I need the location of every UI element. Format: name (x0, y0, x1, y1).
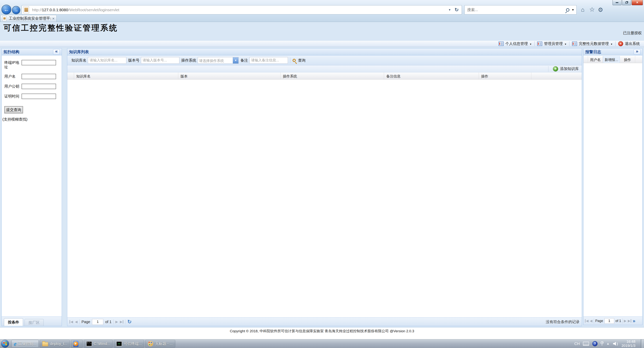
separator (125, 319, 126, 325)
autocomplete-dropdown-icon[interactable] (449, 8, 450, 12)
settings-gear-icon[interactable] (598, 6, 603, 13)
page-label: Page (82, 320, 90, 324)
kb-table-body (67, 80, 582, 318)
refresh-icon[interactable] (454, 7, 459, 13)
back-button[interactable]: ← (2, 5, 11, 14)
menu-admin-manage[interactable]: 管理员管理 (534, 41, 569, 46)
start-button[interactable] (1, 340, 9, 348)
minimize-icon (616, 2, 618, 3)
separator (548, 66, 548, 72)
combo-trigger-icon[interactable] (233, 57, 238, 63)
search-dropdown-icon[interactable] (572, 8, 574, 12)
favorites-star-icon[interactable] (589, 6, 595, 13)
browser-search-box[interactable]: 搜索... (464, 5, 576, 14)
empty-records-message: 没有符合条件的记录 (546, 319, 580, 325)
taskbar-item-ie[interactable]: e 工业控制... (12, 340, 38, 348)
column-header-actions[interactable]: 操作 (620, 56, 635, 63)
copyright-text: Copyright © 2018, 中科院软件所可信计算与信息保障实验室 青岛海… (230, 329, 414, 333)
ime-restore-icon[interactable] (601, 342, 603, 346)
separator (80, 319, 80, 325)
collapse-panel-button[interactable] (53, 49, 60, 55)
add-kb-button[interactable]: 添加知识库 (553, 66, 579, 71)
submit-query-button[interactable]: 提交查询 (4, 106, 23, 113)
topology-search-form: 终端IP地址 用户名 用户公钥 证明时间 提交查询 (支持模糊查找) (2, 55, 62, 317)
kb-name-filter-label: 知识库名 (72, 58, 86, 63)
logout-button[interactable]: 退出系统 (616, 41, 642, 46)
chevron-down-icon (564, 41, 566, 46)
tab-favicon (2, 16, 6, 21)
column-header-os[interactable]: 操作系统 (280, 72, 384, 79)
window-controls: × (612, 0, 643, 5)
taskbar-item-paint[interactable]: 无标题 - ... (145, 340, 175, 348)
query-button[interactable]: 查询 (292, 58, 306, 63)
taskbar-item-trusted-terminal[interactable]: 可信终端... (114, 340, 144, 348)
tab-close-icon[interactable]: × (52, 16, 54, 21)
task-label: 无标题 - ... (155, 341, 172, 346)
prev-page-icon[interactable] (75, 320, 78, 324)
public-key-field[interactable] (22, 84, 56, 89)
keyboard-icon[interactable] (583, 342, 589, 346)
forward-button[interactable]: → (12, 6, 20, 14)
menu-integrity-metadata[interactable]: 完整性元数据管理 (570, 41, 615, 46)
volume-icon[interactable] (613, 341, 618, 346)
expand-panel-button[interactable] (634, 49, 640, 55)
internet-explorer-icon: e (14, 341, 16, 347)
tray-clock[interactable]: 16:48 2019/1/3 (622, 340, 636, 348)
username-field[interactable] (22, 74, 56, 79)
column-header-version[interactable]: 版本 (178, 72, 280, 79)
last-page-icon[interactable] (628, 319, 632, 323)
column-header-username[interactable]: 用户名 (588, 56, 603, 63)
forward-arrow-icon: → (14, 7, 18, 13)
help-icon[interactable] (592, 341, 598, 346)
version-filter-input[interactable] (141, 57, 179, 64)
taskbar-item-folder[interactable]: deploy_t... (40, 340, 70, 348)
refresh-grid-icon[interactable] (127, 319, 132, 325)
windows-taskbar: e 工业控制... deploy_t... C:\Wind... 可信终端...… (0, 339, 644, 348)
remark-filter-input[interactable] (250, 57, 288, 64)
os-select[interactable]: 请选择操作系统 (198, 57, 238, 64)
show-desktop-button[interactable] (641, 340, 644, 348)
column-header-actions[interactable]: 操作 (479, 72, 531, 79)
paint-palette-icon (148, 341, 153, 347)
first-page-icon[interactable] (70, 320, 73, 324)
column-header-kb-name[interactable]: 知识库名 (74, 72, 178, 79)
tab-by-plant-area[interactable]: 按厂区 (24, 319, 44, 326)
address-bar[interactable]: http://127.0.0.1:8080/WebRoot/servlet/lo… (22, 5, 462, 14)
next-page-icon[interactable] (624, 319, 626, 323)
page-number-input[interactable] (604, 318, 614, 324)
tab-by-condition[interactable]: 按条件 (4, 318, 23, 326)
column-header-remark[interactable]: 备注信息 (384, 72, 479, 79)
next-page-icon[interactable] (116, 320, 118, 324)
more-double-arrow-icon[interactable] (632, 319, 635, 324)
kb-name-filter-input[interactable] (88, 57, 126, 64)
first-page-icon[interactable] (585, 319, 588, 323)
kb-table-header: 知识库名 版本 操作系统 备注信息 操作 (67, 72, 582, 80)
list-icon (572, 41, 577, 46)
os-select-placeholder: 请选择操作系统 (198, 57, 233, 63)
prev-page-icon[interactable] (590, 319, 592, 323)
language-indicator[interactable]: CH (574, 342, 580, 346)
alarm-table-body (584, 63, 642, 317)
hidden-icons-arrow[interactable] (606, 342, 610, 346)
task-label: deploy_t... (50, 342, 67, 346)
attest-time-field[interactable] (22, 94, 56, 99)
browser-tab[interactable]: 工业控制系统安全管理平台 × (0, 15, 56, 22)
kb-panel-title: 知识库列表 (69, 49, 89, 54)
terminal-ip-field[interactable] (22, 60, 56, 65)
chevron-down-icon (530, 41, 532, 46)
close-button[interactable]: × (632, 0, 643, 5)
url-text[interactable]: http://127.0.0.1:8080/WebRoot/servlet/lo… (32, 8, 119, 12)
column-header-new-alarms[interactable]: 新增报... (603, 56, 620, 63)
menu-personal-info[interactable]: 个人信息管理 (496, 41, 534, 46)
search-icon[interactable] (566, 8, 570, 11)
minimize-button[interactable] (612, 0, 622, 5)
page-of-label: of 1 (105, 320, 111, 324)
taskbar-item-media-player[interactable] (71, 340, 83, 348)
taskbar-item-command-prompt[interactable]: C:\Wind... (84, 340, 113, 348)
kb-panel-header: 知识库列表 (67, 48, 582, 55)
page-number-input[interactable] (92, 319, 103, 325)
home-icon[interactable] (581, 6, 584, 13)
last-page-icon[interactable] (120, 320, 124, 324)
exit-icon (618, 41, 623, 46)
restore-button[interactable] (622, 0, 631, 5)
